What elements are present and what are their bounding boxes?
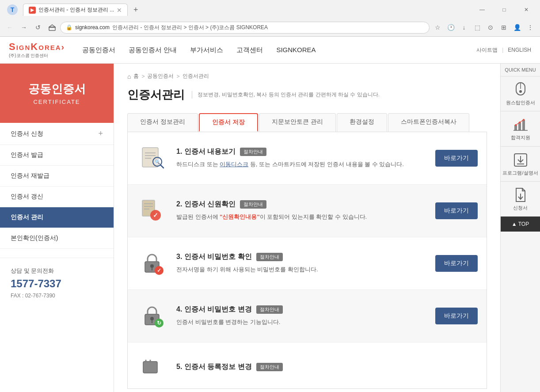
address-bar[interactable]: 🔒 signkorea.com 인증서관리 - 인증서 정보관리 > 인증서 >… [60, 22, 430, 34]
quick-menu-apply-doc[interactable]: 신청서 [501, 182, 540, 217]
window-close-button[interactable]: ✕ [516, 4, 536, 16]
history-button[interactable]: 🕐 [445, 21, 457, 34]
sidebar: 공동인증서 CERTIFICATE 인증서 신청 + 인증서 발급 인증서 재발… [0, 64, 114, 392]
camera-button[interactable]: ⊙ [484, 21, 497, 34]
svg-point-31 [519, 90, 522, 93]
bookmark-button[interactable]: ☆ [431, 21, 444, 34]
barogagi-button-cert-view[interactable]: 바로가기 [435, 150, 478, 167]
browser-right-buttons: ☆ 🕐 ↓ ⬚ ⊙ ⊞ 👤 ⋮ [431, 21, 536, 34]
section-title-row: 1. 인증서 내용보기 절차안내 [176, 147, 426, 156]
window-minimize-button[interactable]: — [472, 4, 492, 16]
content-area: ⌂ 홈 > 공동인증서 > 인증서관리 인증서관리 정보변경, 비밀번호확인, … [114, 64, 500, 392]
back-button[interactable]: ← [4, 21, 16, 34]
section-body-register-change: 5. 인증서 등록정보 변경 절차안내 [176, 362, 478, 375]
mouse-icon [513, 82, 529, 98]
nav-signkorea[interactable]: SIGNKOREA [276, 44, 316, 57]
breadcrumb-sep1: > [141, 73, 145, 80]
section-body-cert-view: 1. 인증서 내용보기 절차안내 하드디스크 또는 이동디스크 등, 또는 스마… [176, 147, 426, 169]
section-password-check: ✓ 3. 인증서 비밀번호 확인 절차안내 전자서명을 하기 위해 사용되는 비… [128, 237, 487, 290]
nav-extra-service[interactable]: 부가서비스 [190, 44, 223, 57]
tab-fingerprint[interactable]: 지문보안토큰 관리 [259, 113, 336, 132]
svg-point-19 [150, 264, 154, 268]
section-title-row: 5. 인증서 등록정보 변경 절차안내 [176, 362, 478, 372]
svg-rect-28 [143, 362, 157, 373]
section-badge: 절차안내 [256, 363, 283, 371]
browser-active-tab[interactable]: ▶ 인증서관리 - 인증서 정보관리 ... ✕ [23, 4, 128, 16]
section-title: 1. 인증서 내용보기 [176, 147, 236, 156]
tab-cert-save[interactable]: 인증서 저장 [199, 113, 258, 132]
site-logo[interactable]: SignKorea› (주)코스콤 인증센터 [9, 41, 65, 59]
nav-common-cert-guide[interactable]: 공동인증서 안내 [129, 44, 177, 57]
browser-logo: T [4, 3, 21, 17]
sidebar-item-identity[interactable]: 본인확인(인증서) [0, 228, 114, 249]
section-icon-cert-view: 🔍 [137, 143, 167, 174]
sidebar-item-label: 인증서 재발급 [11, 172, 49, 180]
nav-common-cert[interactable]: 공동인증서 [82, 44, 115, 57]
section-icon-password-change: ↻ [137, 301, 167, 331]
section-text: 발급된 인증서에 "신원확인내용"이 포함되어 있는지를 확인할 수 있습니다. [176, 213, 426, 222]
home-button[interactable] [46, 21, 58, 34]
breadcrumb-home-icon: ⌂ [127, 73, 131, 80]
profile-button[interactable]: 👤 [511, 21, 523, 34]
sidebar-item-label: 인증서 갱신 [11, 193, 43, 201]
section-badge: 절차안내 [240, 200, 266, 209]
chart-icon [513, 117, 529, 133]
quick-menu-label: 원스탑인증서 [506, 99, 535, 106]
breadcrumb-home-link[interactable]: 홈 [133, 72, 139, 80]
split-view-button[interactable]: ⊞ [498, 21, 510, 34]
english-link[interactable]: ENGLISH [508, 47, 531, 53]
svg-text:↻: ↻ [157, 320, 161, 326]
refresh-button[interactable]: ↺ [32, 21, 44, 34]
menu-button[interactable]: ⋮ [524, 21, 536, 34]
sitemap-link[interactable]: 사이트맵 [476, 46, 498, 54]
logo-subtitle: (주)코스콤 인증센터 [9, 53, 65, 59]
section-icon-password-check: ✓ [137, 248, 167, 279]
section-title: 3. 인증서 비밀번호 확인 [176, 252, 252, 262]
tab-info-manage[interactable]: 인증서 정보관리 [127, 113, 198, 132]
barogagi-button-cert-verify[interactable]: 바로가기 [435, 202, 478, 219]
nav-customer-center[interactable]: 고객센터 [236, 44, 263, 57]
breadcrumb-link1[interactable]: 공동인증서 [147, 72, 174, 80]
sidebar-contact: 상담 및 문의전화 1577-7337 FAX : 02-767-7390 [0, 258, 114, 308]
page-title: 인증서관리 [127, 87, 185, 103]
section-title: 5. 인증서 등록정보 변경 [176, 362, 252, 372]
tab-settings[interactable]: 환경설정 [337, 113, 387, 132]
contact-title: 상담 및 문의전화 [11, 267, 103, 275]
quick-menu-label: 프로그램/설명서 [502, 170, 538, 176]
sidebar-item-issue[interactable]: 인증서 발급 [0, 145, 114, 166]
barogagi-button-password-change[interactable]: 바로가기 [435, 308, 478, 324]
barogagi-button-password-check[interactable]: 바로가기 [435, 255, 478, 272]
sidebar-item-manage[interactable]: 인증서 관리 [0, 207, 114, 228]
quick-menu-pass[interactable]: 합격지원 [501, 111, 540, 146]
section-icon-cert-verify: ✓ [137, 195, 167, 226]
section-register-change: 5. 인증서 등록정보 변경 절차안내 [128, 343, 487, 388]
download-button[interactable]: ↓ [458, 21, 470, 34]
section-badge: 절차안내 [240, 148, 266, 156]
quick-menu-top-button[interactable]: ▲ TOP [501, 217, 540, 232]
address-site: signkorea.com [75, 24, 110, 30]
tab-title: 인증서관리 - 인증서 정보관리 ... [38, 6, 114, 14]
svg-line-9 [160, 165, 164, 168]
forward-button[interactable]: → [18, 21, 30, 34]
tab-smartphone[interactable]: 스마트폰인증서복사 [388, 113, 469, 132]
quick-menu-title: QUICK MENU [501, 64, 540, 76]
breadcrumb-current: 인증서관리 [183, 72, 209, 80]
breadcrumb-sep2: > [176, 73, 179, 80]
section-cert-view: 🔍 1. 인증서 내용보기 절차안내 하드디스크 또는 이동디스크 등, 또는 … [128, 132, 487, 185]
new-tab-button[interactable]: + [129, 4, 142, 16]
quick-menu-program[interactable]: 프로그램/설명서 [501, 147, 540, 182]
window-maximize-button[interactable]: □ [494, 4, 514, 16]
screenshot-button[interactable]: ⬚ [471, 21, 483, 34]
quick-menu-onestop[interactable]: 원스탑인증서 [501, 76, 540, 111]
svg-point-36 [515, 124, 517, 126]
sidebar-item-apply[interactable]: 인증서 신청 + [0, 123, 114, 145]
sidebar-item-reissue[interactable]: 인증서 재발급 [0, 166, 114, 186]
download-doc-icon [513, 187, 529, 203]
tab-close-button[interactable]: ✕ [117, 7, 122, 14]
section-text: 인증서 비밀번호를 변경하는 기능입니다. [176, 318, 426, 327]
tabs-bar: 인증서 정보관리 인증서 저장 지문보안토큰 관리 환경설정 스마트폰인증서복사 [127, 113, 487, 132]
section-body-password-change: 4. 인증서 비밀번호 변경 절차안내 인증서 비밀번호를 변경하는 기능입니다… [176, 305, 426, 327]
page-description: 정보변경, 비밀번호확인, 복사 등의 인증서 관리를 간편하게 하실 수 있습… [192, 91, 380, 99]
browser-titlebar: T ▶ 인증서관리 - 인증서 정보관리 ... ✕ + — □ ✕ [0, 0, 540, 19]
sidebar-item-renew[interactable]: 인증서 갱신 [0, 186, 114, 207]
